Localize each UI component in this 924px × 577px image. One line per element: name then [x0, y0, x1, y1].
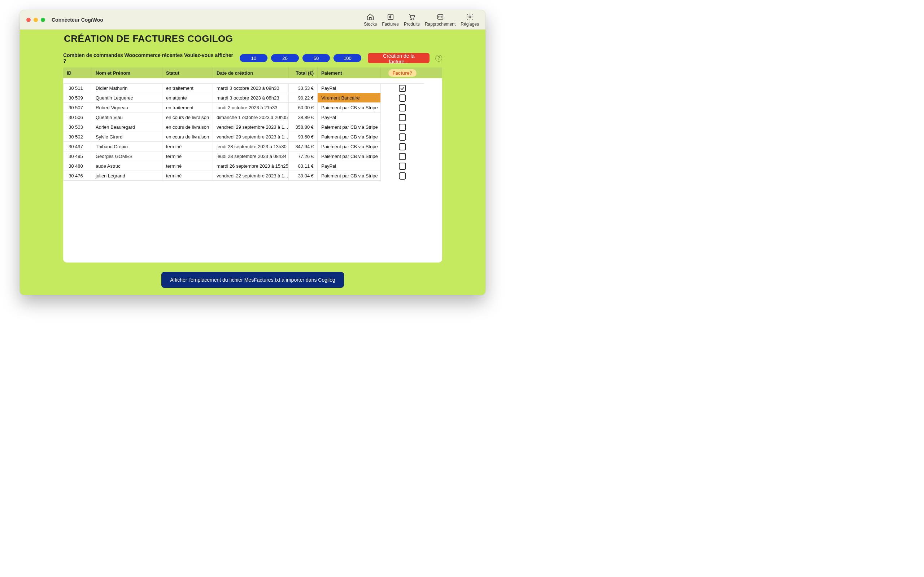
maximize-icon[interactable]: [41, 18, 45, 22]
toolbar: Combien de commandes Woocommerce récente…: [63, 52, 442, 64]
cell-date: vendredi 29 septembre 2023 à 1...: [213, 122, 289, 132]
cell-id: 30 506: [63, 113, 92, 122]
cell-id: 30 509: [63, 93, 92, 103]
help-icon[interactable]: ?: [435, 55, 442, 62]
app-title: Connecteur CogiWoo: [52, 17, 103, 23]
cell-total: 60.00 €: [289, 103, 318, 113]
table-row[interactable]: 30 495Georges GOMESterminéjeudi 28 septe…: [63, 152, 442, 161]
cell-statut: terminé: [162, 171, 213, 181]
cell-total: 90.22 €: [289, 93, 318, 103]
cell-facture: [381, 142, 424, 152]
cell-date: mardi 3 octobre 2023 à 08h23: [213, 93, 289, 103]
cell-total: 83.11 €: [289, 161, 318, 171]
count-20-button[interactable]: 20: [271, 54, 299, 62]
cell-paiement: PayPal: [318, 161, 381, 171]
facture-checkbox[interactable]: [399, 153, 406, 160]
table-body: 30 511Didier Mathurinen traitementmardi …: [63, 78, 442, 263]
nav-reglages-label: Réglages: [460, 22, 479, 27]
cell-paiement: Virement Bancaire: [318, 93, 381, 103]
swap-icon: [436, 13, 444, 21]
count-50-button[interactable]: 50: [302, 54, 330, 62]
cell-id: 30 503: [63, 122, 92, 132]
cell-facture: [381, 113, 424, 122]
nav-stocks[interactable]: Stocks: [364, 13, 377, 27]
facture-checkbox[interactable]: [399, 163, 406, 170]
cell-statut: en traitement: [162, 83, 213, 93]
table-row[interactable]: 30 497Thibaud Crépinterminéjeudi 28 sept…: [63, 142, 442, 152]
table-row[interactable]: 30 476julien Legrandterminévendredi 22 s…: [63, 171, 442, 181]
cell-date: vendredi 22 septembre 2023 à 1...: [213, 171, 289, 181]
cell-facture: [381, 161, 424, 171]
window-controls: [26, 18, 45, 22]
col-statut[interactable]: Statut: [162, 68, 213, 78]
cell-nom: aude Astruc: [92, 161, 162, 171]
col-paiement[interactable]: Paiement: [318, 68, 381, 78]
cell-statut: terminé: [162, 161, 213, 171]
col-id[interactable]: ID: [63, 68, 92, 78]
col-total[interactable]: Total (€): [289, 68, 318, 78]
table-row[interactable]: 30 511Didier Mathurinen traitementmardi …: [63, 83, 442, 93]
toolbar-label: Combien de commandes Woocommerce récente…: [63, 52, 234, 64]
cell-date: dimanche 1 octobre 2023 à 20h05: [213, 113, 289, 122]
footer: Afficher l'emplacement du fichier MesFac…: [63, 263, 442, 288]
cell-date: mardi 26 septembre 2023 à 15h25: [213, 161, 289, 171]
cell-statut: terminé: [162, 142, 213, 152]
facture-checkbox[interactable]: [399, 85, 406, 92]
facture-checkbox[interactable]: [399, 104, 406, 111]
show-file-location-button[interactable]: Afficher l'emplacement du fichier MesFac…: [162, 272, 344, 288]
facture-checkbox[interactable]: [399, 114, 406, 121]
facture-checkbox[interactable]: [399, 134, 406, 141]
nav-rapprochement[interactable]: Rapprochement: [425, 13, 456, 27]
table-row[interactable]: 30 509Quentin Lequerecen attentemardi 3 …: [63, 93, 442, 103]
cell-nom: Quentin Lequerec: [92, 93, 162, 103]
cell-date: vendredi 29 septembre 2023 à 1...: [213, 132, 289, 142]
col-facture[interactable]: Facture?: [381, 68, 424, 78]
table-row[interactable]: 30 507Robert Vigneauen traitementlundi 2…: [63, 103, 442, 113]
nav-rapprochement-label: Rapprochement: [425, 22, 456, 27]
cell-total: 39.04 €: [289, 171, 318, 181]
cell-facture: [381, 152, 424, 161]
cell-statut: en cours de livraison: [162, 113, 213, 122]
table-row[interactable]: 30 480aude Astructerminémardi 26 septemb…: [63, 161, 442, 171]
table-row[interactable]: 30 503Adrien Beauregarden cours de livra…: [63, 122, 442, 132]
nav-reglages[interactable]: Réglages: [460, 13, 479, 27]
cell-id: 30 495: [63, 152, 92, 161]
nav-produits-label: Produits: [404, 22, 420, 27]
top-nav: Stocks Factures Produits Rapprochement R…: [364, 13, 479, 27]
count-100-button[interactable]: 100: [333, 54, 361, 62]
cell-paiement: Paiement par CB via Stripe: [318, 122, 381, 132]
minimize-icon[interactable]: [34, 18, 38, 22]
cart-icon: [408, 13, 416, 21]
table-row[interactable]: 30 502Sylvie Girarden cours de livraison…: [63, 132, 442, 142]
facture-checkbox[interactable]: [399, 95, 406, 102]
col-nom[interactable]: Nom et Prénom: [92, 68, 162, 78]
nav-factures[interactable]: Factures: [382, 13, 399, 27]
facture-checkbox[interactable]: [399, 143, 406, 150]
content-area: CRÉATION DE FACTURES COGILOG Combien de …: [20, 29, 485, 295]
svg-point-4: [469, 16, 471, 18]
cell-statut: en attente: [162, 93, 213, 103]
cell-facture: [381, 132, 424, 142]
cell-paiement: Paiement par CB via Stripe: [318, 132, 381, 142]
cell-statut: en cours de livraison: [162, 132, 213, 142]
col-date[interactable]: Date de création: [213, 68, 289, 78]
facture-checkbox[interactable]: [399, 124, 406, 131]
cell-id: 30 511: [63, 83, 92, 93]
create-invoice-button[interactable]: Création de la facture...: [368, 53, 430, 63]
cell-nom: Robert Vigneau: [92, 103, 162, 113]
titlebar: Connecteur CogiWoo Stocks Factures Produ…: [20, 10, 485, 29]
app-window: Connecteur CogiWoo Stocks Factures Produ…: [20, 10, 485, 295]
cell-statut: en cours de livraison: [162, 122, 213, 132]
nav-stocks-label: Stocks: [364, 22, 377, 27]
cell-total: 33.53 €: [289, 83, 318, 93]
close-icon[interactable]: [26, 18, 31, 22]
cell-total: 38.89 €: [289, 113, 318, 122]
cell-id: 30 502: [63, 132, 92, 142]
facture-checkbox[interactable]: [399, 172, 406, 180]
facture-badge: Facture?: [388, 69, 417, 77]
cell-paiement: Paiement par CB via Stripe: [318, 103, 381, 113]
table-row[interactable]: 30 506Quentin Viauen cours de livraisond…: [63, 113, 442, 122]
cell-paiement: Paiement par CB via Stripe: [318, 171, 381, 181]
count-10-button[interactable]: 10: [240, 54, 267, 62]
nav-produits[interactable]: Produits: [404, 13, 420, 27]
